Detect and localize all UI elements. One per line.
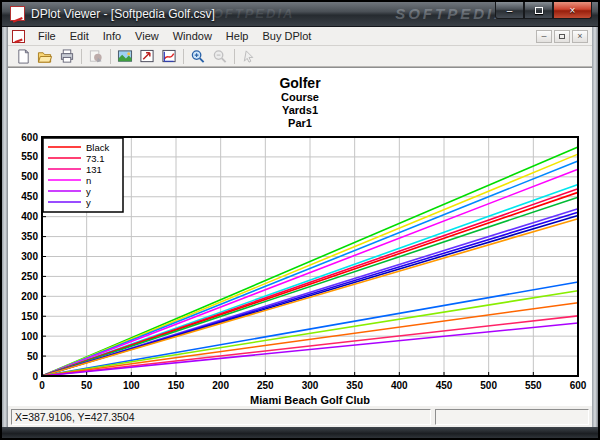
maximize-icon: [535, 7, 543, 14]
toolbar-separator: [110, 49, 111, 64]
x-tick-label: 350: [346, 380, 363, 391]
legend-label: y: [86, 186, 91, 197]
menu-view[interactable]: View: [128, 28, 166, 44]
y-tick-label: 350: [21, 231, 38, 242]
toolbar-separator: [234, 49, 235, 64]
toolbar: [8, 46, 592, 67]
toolbar-separator: [183, 49, 184, 64]
minimize-button[interactable]: –: [495, 2, 524, 19]
document-icon[interactable]: [12, 30, 25, 43]
print-icon: [59, 49, 75, 64]
menu-window[interactable]: Window: [166, 28, 219, 44]
y-tick-label: 450: [21, 191, 38, 202]
y-tick-label: 600: [21, 132, 38, 143]
x-axis-title: Miami Beach Golf Club: [250, 394, 370, 406]
mdi-close-button[interactable]: ×: [572, 30, 588, 43]
dplot-app-icon: [10, 6, 25, 21]
chart-client-area: Golfer Course Yards1 Par1 05010015020025…: [8, 67, 592, 406]
plot-settings-button[interactable]: [158, 47, 180, 66]
y-tick-label: 500: [21, 171, 38, 182]
copy-image-button: [85, 47, 107, 66]
x-tick-label: 400: [391, 380, 408, 391]
pointer-mode-button: [238, 47, 260, 66]
plot-settings-icon: [161, 49, 177, 64]
mdi-restore-button[interactable]: [554, 30, 570, 43]
chart-title: Golfer: [8, 75, 592, 91]
menu-buy-dplot[interactable]: Buy DPlot: [255, 28, 318, 44]
legend-label: 131: [86, 164, 102, 175]
y-tick-label: 400: [21, 211, 38, 222]
copy-image-icon: [88, 49, 104, 64]
zoom-extents-button[interactable]: [136, 47, 158, 66]
x-tick-label: 0: [39, 380, 45, 391]
mdi-minimize-button[interactable]: –: [536, 30, 552, 43]
chart-subtitle-1: Course: [8, 91, 592, 104]
menu-bar: File Edit Info View Window Help Buy DPlo…: [8, 27, 592, 46]
menu-file[interactable]: File: [31, 28, 63, 44]
zoom-in-icon: [190, 49, 206, 64]
legend-label: y: [86, 197, 91, 208]
chart-subtitle-3: Par1: [8, 117, 592, 130]
legend-box[interactable]: [43, 138, 123, 212]
status-bar: X=387.9106, Y=427.3504: [8, 406, 592, 427]
title-bar[interactable]: SOFTPEDIA SOFTPEDIA DPlot Viewer - [Soft…: [2, 2, 598, 27]
window-frame-bottom: [2, 427, 598, 438]
y-tick-label: 100: [21, 331, 38, 342]
legend-label: 73.1: [86, 153, 105, 164]
mdi-restore-icon: [559, 34, 565, 39]
open-file-button[interactable]: [34, 47, 56, 66]
chart-titles: Golfer Course Yards1 Par1: [8, 68, 592, 130]
new-file-button[interactable]: [12, 47, 34, 66]
softpedia-watermark-faint: SOFTPEDIA: [202, 6, 294, 21]
y-tick-label: 550: [21, 151, 38, 162]
y-tick-label: 150: [21, 311, 38, 322]
x-tick-label: 300: [302, 380, 319, 391]
y-tick-label: 0: [32, 371, 38, 382]
new-file-icon: [16, 49, 31, 64]
open-file-icon: [37, 49, 53, 64]
x-tick-label: 550: [525, 380, 542, 391]
x-tick-label: 250: [257, 380, 274, 391]
window-title: DPlot Viewer - [Softpedia Golf.csv]: [31, 7, 215, 21]
x-tick-label: 500: [480, 380, 497, 391]
pointer-icon: [241, 49, 257, 64]
menu-info[interactable]: Info: [96, 28, 128, 44]
coordinate-readout: X=387.9106, Y=427.3504: [11, 409, 431, 425]
y-tick-label: 250: [21, 271, 38, 282]
dplot-viewer-window: SOFTPEDIA SOFTPEDIA DPlot Viewer - [Soft…: [2, 2, 598, 438]
zoom-out-icon: [212, 49, 228, 64]
close-button[interactable]: ×: [553, 2, 592, 19]
chart-subtitle-2: Yards1: [8, 104, 592, 117]
menu-help[interactable]: Help: [219, 28, 256, 44]
x-tick-label: 100: [123, 380, 140, 391]
y-tick-label: 300: [21, 251, 38, 262]
legend-label: Black: [86, 142, 109, 153]
softpedia-watermark: SOFTPEDIA: [395, 5, 508, 22]
status-panel-secondary: [435, 409, 589, 425]
zoom-extents-icon: [139, 49, 155, 64]
maximize-button[interactable]: [524, 2, 553, 19]
menu-edit[interactable]: Edit: [63, 28, 96, 44]
image-icon: [117, 49, 133, 64]
print-button[interactable]: [56, 47, 78, 66]
zoom-in-button[interactable]: [187, 47, 209, 66]
y-tick-label: 50: [27, 351, 39, 362]
x-tick-label: 200: [212, 380, 229, 391]
y-tick-label: 200: [21, 291, 38, 302]
x-tick-label: 150: [168, 380, 185, 391]
toolbar-separator: [81, 49, 82, 64]
window-frame-right: [592, 27, 598, 427]
zoom-out-button: [209, 47, 231, 66]
x-tick-label: 450: [436, 380, 453, 391]
legend-label: n: [86, 175, 91, 186]
x-tick-label: 600: [570, 380, 587, 391]
plot-area[interactable]: 0501001502002503003504004505005506000501…: [8, 132, 592, 412]
plot-wrap: 0501001502002503003504004505005506000501…: [8, 132, 592, 416]
image-export-button[interactable]: [114, 47, 136, 66]
x-tick-label: 50: [81, 380, 93, 391]
